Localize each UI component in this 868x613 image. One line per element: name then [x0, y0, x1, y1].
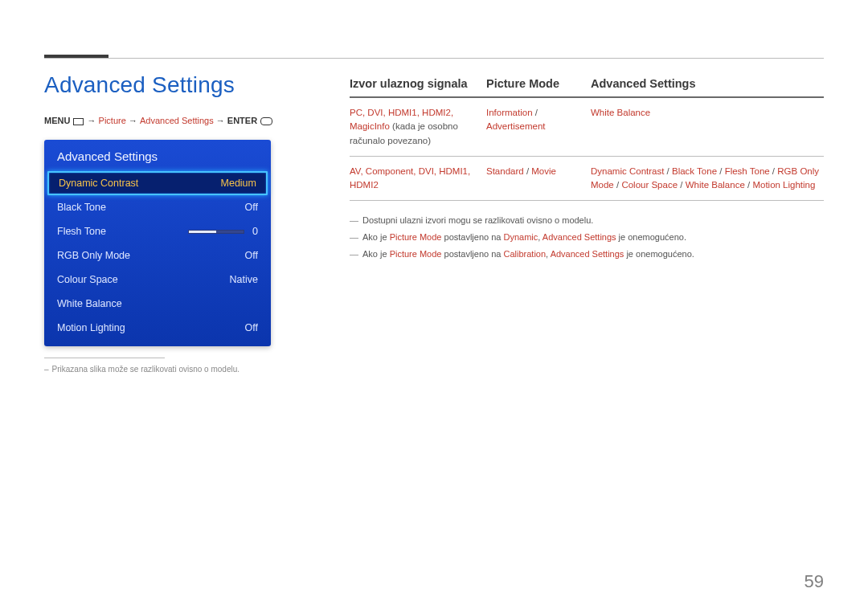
table-header-c1: Izvor ulaznog signala	[350, 77, 486, 90]
dash-icon: –	[44, 365, 49, 374]
breadcrumb-enter: ENTER	[227, 116, 257, 125]
arrow-icon: →	[129, 116, 137, 125]
table-cell-c3: White Balance	[591, 106, 824, 148]
hl-text: Picture Mode	[390, 249, 442, 259]
hl-text: AV, Component, DVI, HDMI1, HDMI2	[350, 166, 470, 190]
footnote-rule	[44, 358, 165, 358]
plain-text: /	[524, 166, 532, 176]
breadcrumb-menu: MENU	[44, 116, 70, 125]
hl-text: Advertisement	[486, 121, 546, 131]
table-header-c2: Picture Mode	[486, 77, 591, 90]
osd-row-value: Off	[245, 250, 258, 261]
breadcrumb: MENU → Picture → Advanced Settings → ENT…	[44, 116, 326, 125]
osd-row-label: Dynamic Contrast	[59, 178, 221, 189]
hl-text: Advanced Settings	[551, 249, 624, 259]
osd-menu: Advanced Settings Dynamic Contrast Mediu…	[44, 140, 271, 346]
osd-title: Advanced Settings	[44, 140, 271, 171]
osd-row-dynamic-contrast[interactable]: Dynamic Contrast Medium	[47, 171, 268, 195]
dash-icon: ―	[350, 229, 362, 246]
osd-row-label: Motion Lighting	[57, 322, 245, 333]
note-line: ― Ako je Picture Mode postavljeno na Dyn…	[350, 229, 824, 246]
table-cell-c3: Dynamic Contrast / Black Tone / Flesh To…	[591, 165, 824, 193]
hl-text: Motion Lighting	[752, 180, 815, 190]
breadcrumb-picture: Picture	[99, 116, 126, 125]
table-rule	[350, 96, 824, 98]
osd-row-white-balance[interactable]: White Balance	[44, 292, 271, 316]
osd-slider-fill	[189, 231, 216, 233]
plain-text: postavljeno na	[441, 249, 503, 259]
plain-text: /	[745, 180, 753, 190]
left-column: Advanced Settings MENU → Picture → Advan…	[44, 72, 350, 589]
hl-text: Standard	[486, 166, 524, 176]
osd-row-label: Flesh Tone	[57, 226, 188, 237]
osd-row-label: Colour Space	[57, 274, 230, 285]
hl-text: Dynamic	[504, 232, 538, 242]
hl-text: Dynamic Contrast	[591, 166, 664, 176]
osd-slider[interactable]	[188, 230, 244, 234]
dash-icon: ―	[350, 246, 362, 263]
osd-row-black-tone[interactable]: Black Tone Off	[44, 195, 271, 219]
table-rule	[350, 156, 824, 157]
hl-text: Calibration	[504, 249, 547, 259]
plain-text: /	[717, 166, 725, 176]
osd-row-rgb-only-mode[interactable]: RGB Only Mode Off	[44, 243, 271, 268]
hl-text: Advanced Settings	[542, 232, 616, 242]
plain-text: /	[770, 166, 778, 176]
note-text: Dostupni ulazni izvori mogu se razlikova…	[362, 212, 593, 229]
page-number: 59	[805, 571, 824, 592]
plain-text: Ako je	[362, 232, 390, 242]
hl-text: Information	[486, 108, 533, 117]
note-line: ― Dostupni ulazni izvori mogu se razliko…	[350, 212, 824, 229]
arrow-icon: →	[88, 116, 96, 125]
hl-text: Flesh Tone	[725, 166, 770, 176]
footnote-text: Prikazana slika može se razlikovati ovis…	[52, 365, 240, 374]
plain-text: je onemogućeno.	[624, 249, 694, 259]
table-cell-c1: PC, DVI, HDMI1, HDMI2, MagicInfo (kada j…	[350, 106, 486, 148]
enter-icon	[260, 117, 272, 125]
osd-row-label: White Balance	[57, 298, 258, 309]
osd-row-label: RGB Only Mode	[57, 250, 245, 261]
osd-row-value: Medium	[221, 178, 256, 189]
dash-icon: ―	[350, 212, 362, 229]
footnote: –Prikazana slika može se razlikovati ovi…	[44, 365, 326, 374]
table-row: AV, Component, DVI, HDMI1, HDMI2 Standar…	[350, 165, 824, 193]
notes: ― Dostupni ulazni izvori mogu se razliko…	[350, 212, 824, 263]
hl-text: White Balance	[686, 180, 745, 190]
osd-row-value: Off	[245, 322, 258, 333]
plain-text: postavljeno na	[441, 232, 503, 242]
header-rule	[44, 58, 824, 59]
note-text: Ako je Picture Mode postavljeno na Dynam…	[362, 229, 686, 246]
page-content: Advanced Settings MENU → Picture → Advan…	[44, 72, 824, 589]
plain-text: Ako je	[362, 249, 390, 259]
hl-text: MagicInfo	[350, 121, 390, 131]
hl-text: White Balance	[591, 108, 650, 117]
menu-icon	[73, 118, 84, 125]
hl-text: Colour Space	[621, 180, 678, 190]
table-row: PC, DVI, HDMI1, HDMI2, MagicInfo (kada j…	[350, 106, 824, 148]
plain-text: je onemogućeno.	[616, 232, 686, 242]
plain-text: /	[614, 180, 622, 190]
table-header-c3: Advanced Settings	[591, 77, 824, 90]
arrow-icon: →	[216, 116, 225, 125]
table-rule	[350, 200, 824, 201]
osd-row-colour-space[interactable]: Colour Space Native	[44, 268, 271, 292]
hl-text: Black Tone	[672, 166, 717, 176]
osd-row-value: Native	[230, 274, 258, 285]
osd-row-flesh-tone[interactable]: Flesh Tone 0	[44, 219, 271, 243]
plain-text: /	[533, 108, 538, 117]
breadcrumb-advanced: Advanced Settings	[140, 116, 214, 125]
osd-row-label: Black Tone	[57, 202, 245, 213]
plain-text: /	[664, 166, 672, 176]
table-cell-c1: AV, Component, DVI, HDMI1, HDMI2	[350, 165, 486, 193]
page-title: Advanced Settings	[44, 72, 326, 98]
hl-text: Movie	[531, 166, 556, 176]
hl-text: Picture Mode	[390, 232, 442, 242]
note-line: ― Ako je Picture Mode postavljeno na Cal…	[350, 246, 824, 263]
osd-row-value: Off	[245, 202, 258, 213]
table-header: Izvor ulaznog signala Picture Mode Advan…	[350, 77, 824, 96]
hl-text: PC, DVI, HDMI1, HDMI2,	[350, 108, 453, 117]
osd-row-motion-lighting[interactable]: Motion Lighting Off	[44, 316, 271, 340]
osd-row-value: 0	[252, 226, 258, 237]
plain-text: /	[678, 180, 686, 190]
table-cell-c2: Information / Advertisement	[486, 106, 591, 148]
